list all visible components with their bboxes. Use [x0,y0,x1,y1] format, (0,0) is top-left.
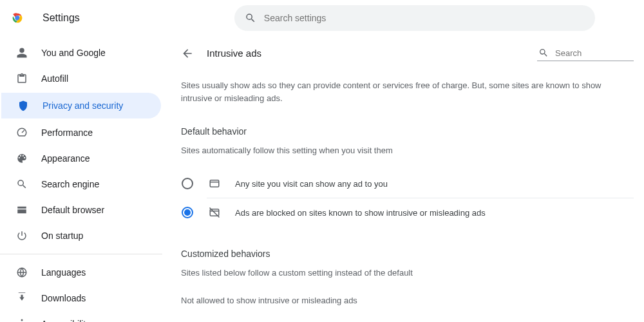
sidebar-item-you-and-google[interactable]: You and Google [0,40,162,66]
option-label: Any site you visit can show any ad to yo… [235,179,388,189]
sidebar-item-autofill[interactable]: Autofill [0,66,162,91]
shield-icon [17,100,30,111]
sidebar-item-performance[interactable]: Performance [0,120,162,146]
search-icon [15,178,28,190]
sidebar-item-label: On startup [41,231,83,241]
sidebar-item-appearance[interactable]: Appearance [0,146,162,171]
app-title: Settings [43,12,80,24]
sidebar-item-languages[interactable]: Languages [0,260,162,285]
chrome-logo-icon [10,11,24,25]
sidebar-divider [0,254,162,254]
sidebar-item-label: Privacy and security [43,100,123,111]
global-search-input[interactable] [264,13,585,23]
back-button[interactable] [181,47,194,60]
sidebar-item-label: Languages [41,267,86,278]
search-icon [245,12,256,24]
radio-unselected[interactable] [181,177,194,190]
option-allow-ads[interactable]: Any site you visit can show any ad to yo… [181,169,634,198]
web-asset-icon [208,178,221,189]
sidebar-item-default-browser[interactable]: Default browser [0,197,162,223]
page-title: Intrusive ads [207,48,261,59]
page-search-box[interactable] [537,45,634,61]
sidebar: You and Google Autofill Privacy and secu… [0,36,162,322]
sidebar-item-label: Accessibility [41,319,90,322]
accessibility-icon [15,318,28,322]
palette-icon [15,153,28,164]
page-search-input[interactable] [555,48,632,58]
power-icon [15,230,28,242]
default-behavior-options: Any site you visit can show any ad to yo… [181,169,634,227]
sidebar-item-search-engine[interactable]: Search engine [0,171,162,197]
app-header: Settings [0,0,644,36]
global-search-box[interactable] [234,5,595,31]
section-default-behavior-sub: Sites automatically follow this setting … [181,146,634,155]
search-icon [538,48,549,58]
sidebar-item-accessibility[interactable]: Accessibility [0,311,162,322]
speedometer-icon [15,127,28,138]
svg-point-4 [21,319,23,321]
sidebar-item-label: Autofill [41,73,68,84]
section-notallowed-title: Not allowed to show intrusive or mislead… [181,296,634,305]
web-asset-off-icon [208,207,221,218]
highlight-annotation: Privacy and security [5,93,129,118]
sidebar-item-label: Search engine [41,179,99,189]
sidebar-item-privacy[interactable]: Privacy and security [1,93,161,118]
download-icon [15,292,28,304]
sidebar-item-label: Performance [41,128,93,138]
globe-icon [15,267,28,278]
section-default-behavior-title: Default behavior [181,126,634,137]
svg-rect-5 [210,180,219,187]
section-customized-title: Customized behaviors [181,249,634,259]
sidebar-item-downloads[interactable]: Downloads [0,285,162,311]
option-block-ads[interactable]: Ads are blocked on sites known to show i… [181,198,634,227]
sidebar-item-label: You and Google [41,48,106,58]
sidebar-item-label: Default browser [41,205,104,215]
sidebar-item-label: Appearance [41,153,90,164]
browser-icon [15,204,28,216]
main-content: Intrusive ads Sites usually show ads so … [162,36,644,322]
sidebar-item-on-startup[interactable]: On startup [0,223,162,249]
main-header: Intrusive ads [181,45,634,61]
radio-selected[interactable] [181,206,194,219]
section-customized-sub: Sites listed below follow a custom setti… [181,268,634,278]
option-label: Ads are blocked on sites known to show i… [235,208,486,218]
sidebar-item-label: Downloads [41,293,86,303]
clipboard-icon [15,73,28,84]
person-icon [15,47,28,59]
page-description: Sites usually show ads so they can provi… [181,79,634,104]
